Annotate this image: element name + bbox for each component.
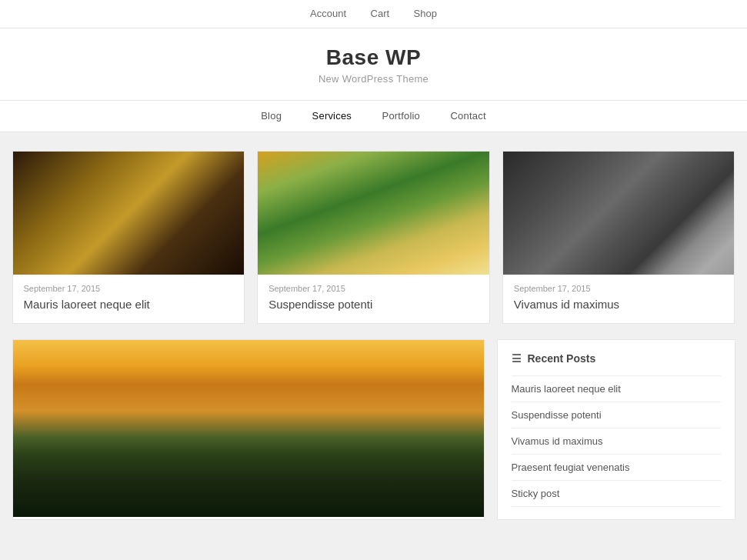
post-card-2[interactable]: September 17, 2015 Suspendisse potenti	[257, 151, 490, 324]
post-title-2: Suspendisse potenti	[258, 296, 489, 323]
top-nav-account[interactable]: Account	[310, 8, 346, 19]
top-nav-shop[interactable]: Shop	[414, 8, 437, 19]
post-card-1[interactable]: September 17, 2015 Mauris laoreet neque …	[12, 151, 245, 324]
site-title: Base WP	[0, 45, 747, 70]
post-date-2: September 17, 2015	[258, 275, 489, 296]
recent-post-1[interactable]: Mauris laoreet neque elit	[512, 376, 721, 402]
post-image-placeholder-1	[13, 152, 245, 275]
post-image-placeholder-2	[258, 152, 489, 275]
site-header: Base WP New WordPress Theme	[0, 28, 747, 101]
content-wrapper: September 17, 2015 Mauris laoreet neque …	[5, 151, 743, 520]
featured-post[interactable]	[12, 339, 485, 520]
sidebar: ☰ Recent Posts Mauris laoreet neque elit…	[497, 339, 735, 520]
site-description: New WordPress Theme	[0, 73, 747, 85]
featured-image	[13, 340, 484, 517]
post-date-3: September 17, 2015	[503, 275, 735, 296]
nav-contact[interactable]: Contact	[451, 110, 486, 122]
featured-image-placeholder	[13, 340, 484, 517]
nav-portfolio[interactable]: Portfolio	[382, 110, 421, 122]
post-title-1: Mauris laoreet neque elit	[13, 296, 245, 323]
widget-title-text: Recent Posts	[528, 352, 596, 365]
post-title-3: Vivamus id maximus	[503, 296, 735, 323]
recent-post-5[interactable]: Sticky post	[512, 481, 721, 507]
post-grid: September 17, 2015 Mauris laoreet neque …	[12, 151, 735, 324]
bottom-section: ☰ Recent Posts Mauris laoreet neque elit…	[12, 339, 735, 520]
post-image-placeholder-3	[503, 152, 735, 275]
post-image-2	[258, 152, 489, 275]
widget-title: ☰ Recent Posts	[512, 352, 721, 365]
nav-blog[interactable]: Blog	[261, 110, 282, 122]
top-nav-cart[interactable]: Cart	[371, 8, 390, 19]
post-image-1	[13, 152, 245, 275]
post-date-1: September 17, 2015	[13, 275, 245, 296]
recent-posts-list: Mauris laoreet neque elit Suspendisse po…	[512, 375, 721, 507]
nav-services[interactable]: Services	[312, 110, 352, 122]
recent-post-2[interactable]: Suspendisse potenti	[512, 402, 721, 428]
top-bar: Account Cart Shop	[0, 0, 747, 28]
recent-post-3[interactable]: Vivamus id maximus	[512, 428, 721, 455]
main-nav: Blog Services Portfolio Contact	[0, 101, 747, 132]
top-nav: Account Cart Shop	[0, 8, 747, 20]
post-card-3[interactable]: September 17, 2015 Vivamus id maximus	[502, 151, 735, 324]
list-icon: ☰	[512, 352, 522, 365]
post-image-3	[503, 152, 735, 275]
recent-post-4[interactable]: Praesent feugiat venenatis	[512, 455, 721, 481]
